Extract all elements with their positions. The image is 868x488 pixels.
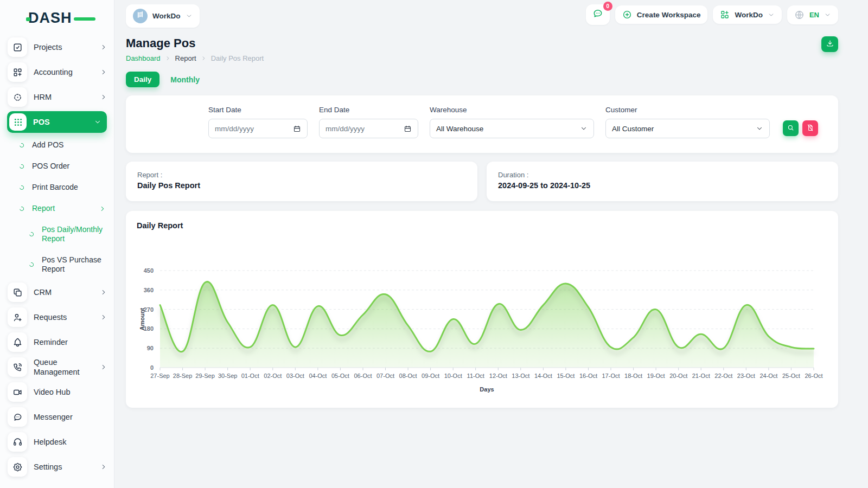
main-content: WorkDo 0 Create Workspace WorkDo EN <box>114 0 868 488</box>
app-switcher[interactable]: WorkDo <box>713 5 782 24</box>
customer-select[interactable]: All Customer <box>605 119 770 138</box>
messages-button[interactable]: 0 <box>586 4 610 25</box>
x-tick-label: 15-Oct <box>557 373 575 379</box>
chevron-right-icon <box>100 43 107 51</box>
sidebar-item-messenger[interactable]: Messenger <box>0 404 114 429</box>
bullet-icon <box>18 142 25 149</box>
requests-icon <box>8 307 27 327</box>
workspace-selector[interactable]: WorkDo <box>126 4 200 28</box>
chart-title: Daily Report <box>137 221 827 230</box>
sidebar-item-label: Pos Daily/Monthly Report <box>42 225 106 244</box>
reminder-icon <box>8 332 27 352</box>
end-date-label: End Date <box>319 106 418 114</box>
chevron-down-icon <box>580 125 588 132</box>
x-tick-label: 09-Oct <box>422 373 439 379</box>
x-tick-label: 30-Sep <box>218 373 237 379</box>
sidebar-item-label: CRM <box>34 287 93 297</box>
bullet-icon <box>28 261 35 268</box>
sidebar-item-accounting[interactable]: Accounting <box>0 60 114 85</box>
x-tick-label: 27-Sep <box>150 373 169 379</box>
app-logo[interactable]: DASH <box>28 10 89 28</box>
sidebar-item-crm[interactable]: CRM <box>0 280 114 305</box>
grid-icon <box>720 10 730 20</box>
bullet-icon <box>28 231 35 237</box>
y-tick-label: 0 <box>150 364 154 371</box>
x-tick-label: 13-Oct <box>512 373 529 379</box>
sidebar-item-requests[interactable]: Requests <box>0 305 114 330</box>
sidebar-item-pos-vs-purchase-report[interactable]: Pos VS Purchase Report <box>0 249 114 280</box>
sidebar-item-settings[interactable]: Settings <box>0 454 114 479</box>
search-icon <box>787 124 795 133</box>
sidebar-item-helpdesk[interactable]: Helpdesk <box>0 429 114 454</box>
page-header: Manage Pos Dashboard Report Daily Pos Re… <box>114 28 868 62</box>
chevron-right-icon <box>100 93 107 101</box>
sidebar-item-hrm[interactable]: HRM <box>0 85 114 110</box>
y-tick-label: 90 <box>147 345 154 351</box>
sidebar-item-pos-daily-monthly-report[interactable]: Pos Daily/Monthly Report <box>0 219 114 249</box>
file-off-icon <box>806 124 814 133</box>
filter-card: Start Date mm/dd/yyyy End Date mm/dd/yyy… <box>126 95 838 153</box>
x-tick-label: 18-Oct <box>624 373 642 379</box>
reset-filter-button[interactable] <box>802 120 818 136</box>
end-date-group: End Date mm/dd/yyyy <box>319 106 418 153</box>
chevron-right-icon <box>100 313 107 321</box>
duration-value: 2024-09-25 to 2024-10-25 <box>498 181 827 190</box>
x-tick-label: 12-Oct <box>489 373 507 379</box>
start-date-placeholder: mm/dd/yyyy <box>215 125 254 133</box>
apply-filter-button[interactable] <box>783 120 799 136</box>
chevron-right-icon <box>100 68 107 76</box>
sidebar-item-label: Pos VS Purchase Report <box>42 255 106 274</box>
sidebar-item-queue-management[interactable]: Queue Management <box>0 355 114 380</box>
x-tick-label: 25-Oct <box>782 373 800 379</box>
sidebar-item-projects[interactable]: Projects <box>0 35 114 60</box>
calendar-icon[interactable] <box>293 125 301 133</box>
download-icon <box>826 39 834 49</box>
end-date-input[interactable]: mm/dd/yyyy <box>319 119 418 138</box>
sidebar-item-print-barcode[interactable]: Print Barcode <box>0 177 114 198</box>
plus-circle-icon <box>622 10 632 20</box>
sidebar-item-pos[interactable]: POS <box>7 111 107 133</box>
create-workspace-button[interactable]: Create Workspace <box>615 5 708 24</box>
warehouse-value: All Warehouse <box>436 125 483 133</box>
x-tick-label: 24-Oct <box>760 373 777 379</box>
x-tick-label: 16-Oct <box>579 373 597 379</box>
sidebar-item-report[interactable]: Report <box>0 198 114 219</box>
sidebar: DASH ProjectsAccountingHRMPOSAdd POSPOS … <box>0 0 114 488</box>
download-report-button[interactable] <box>821 36 838 52</box>
tab-monthly[interactable]: Monthly <box>170 75 200 84</box>
customer-label: Customer <box>605 106 770 114</box>
warehouse-label: Warehouse <box>430 106 594 114</box>
x-axis-title: Days <box>480 386 494 393</box>
x-tick-label: 08-Oct <box>399 373 417 379</box>
breadcrumb-dashboard[interactable]: Dashboard <box>126 54 161 62</box>
warehouse-select[interactable]: All Warehouse <box>430 119 594 138</box>
y-tick-label: 450 <box>144 267 154 274</box>
calendar-icon[interactable] <box>404 125 412 133</box>
messenger-icon <box>8 407 27 427</box>
chevron-right-icon <box>100 288 107 296</box>
logo-text: DASH <box>28 10 72 26</box>
sidebar-item-reminder[interactable]: Reminder <box>0 330 114 355</box>
language-selector[interactable]: EN <box>787 5 838 24</box>
chevron-right-icon <box>100 363 107 371</box>
sidebar-item-video-hub[interactable]: Video Hub <box>0 380 114 404</box>
daily-report-card: Daily Report 09018027036045027-Sep28-Sep… <box>126 211 838 408</box>
sidebar-item-label: Video Hub <box>34 387 107 397</box>
customer-group: Customer All Customer <box>605 106 770 153</box>
breadcrumb-report[interactable]: Report <box>175 54 196 62</box>
sidebar-item-pos-order[interactable]: POS Order <box>0 156 114 177</box>
sidebar-item-add-pos[interactable]: Add POS <box>0 134 114 156</box>
sidebar-item-label: Messenger <box>34 412 107 422</box>
app-switcher-label: WorkDo <box>735 11 763 19</box>
chevron-right-icon <box>165 55 171 61</box>
sidebar-item-label: POS Order <box>32 162 106 171</box>
chevron-right-icon <box>201 55 207 61</box>
y-tick-label: 360 <box>144 287 154 293</box>
x-tick-label: 20-Oct <box>669 373 687 379</box>
sidebar-item-label: Helpdesk <box>34 437 107 447</box>
tab-daily[interactable]: Daily <box>126 72 159 87</box>
x-tick-label: 26-Oct <box>805 373 822 379</box>
logo-bar <box>74 17 95 21</box>
start-date-input[interactable]: mm/dd/yyyy <box>208 119 308 138</box>
x-tick-label: 05-Oct <box>331 373 349 379</box>
